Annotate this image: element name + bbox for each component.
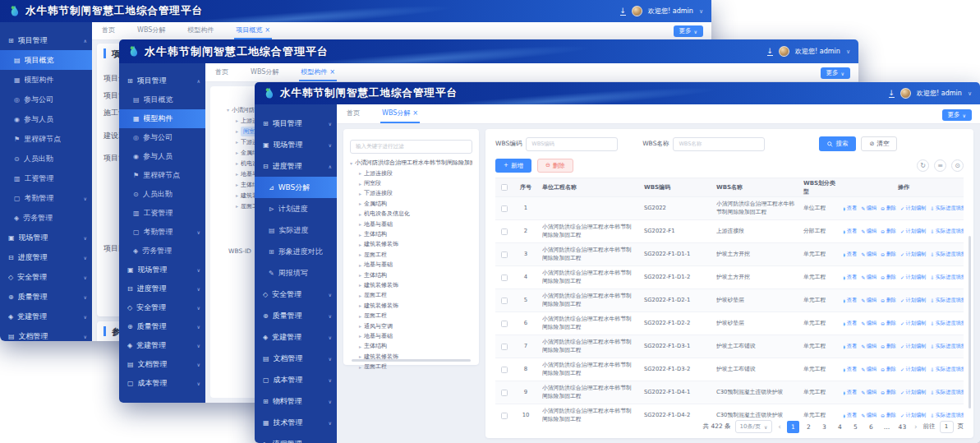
sidebar-item[interactable]: ▦ 技术管理 ∨ [255, 412, 337, 433]
sidebar-item[interactable]: ⊕ 质量管理 ∨ [119, 317, 205, 336]
close-icon[interactable]: × [412, 109, 418, 117]
page-tab[interactable]: WBS分解 [249, 63, 283, 81]
table-row[interactable]: 7 小清河防洪综合治理工程水牛韩节制闸除险加固工程 SG2022-F1-D3-1… [495, 335, 964, 358]
sidebar-item[interactable]: ▢ 成本管理 ∨ [255, 369, 337, 390]
plan-link[interactable]: ✓计划编制 [900, 228, 926, 234]
progress-fill-link[interactable]: ⇩实际进度填报 [930, 389, 964, 395]
plan-link[interactable]: ✓计划编制 [900, 251, 926, 257]
sidebar-item[interactable]: ◇ 安全管理 ∨ [255, 284, 337, 305]
edit-link[interactable]: ✎编辑 [861, 205, 876, 211]
sidebar-item[interactable]: ⊟ 进度管理 ∨ [119, 279, 205, 298]
download-icon[interactable]: ↓ [620, 7, 627, 16]
table-row[interactable]: 9 小清河防洪综合治理工程水牛韩节制闸除险加固工程 SG2022-F1-D4-1… [495, 381, 964, 404]
sidebar-item[interactable]: ⊞ 物料管理 ∨ [255, 390, 337, 412]
sidebar-item[interactable]: ▥ 工资管理 [0, 168, 92, 188]
sidebar-item[interactable]: ⊟ 进度管理 ∧ [255, 155, 337, 177]
table-row[interactable]: 4 小清河防洪综合治理工程水牛韩节制闸除险加固工程 SG2022-F1-D1-2… [495, 265, 964, 288]
tree-item[interactable]: ▸ 主体结构 [359, 270, 472, 279]
search-button[interactable]: 搜索 [819, 136, 856, 151]
sidebar-item[interactable]: ▣ 现场管理 ∨ [119, 261, 205, 279]
close-icon[interactable]: × [329, 68, 335, 76]
sidebar-item[interactable]: ▣ 现场管理 ∨ [255, 134, 337, 155]
edit-link[interactable]: ✎编辑 [861, 320, 876, 326]
row-checkbox[interactable] [501, 321, 508, 327]
edit-link[interactable]: ✎编辑 [861, 297, 876, 303]
sidebar-item[interactable]: ◎ 参与公司 [119, 128, 205, 147]
sidebar-item[interactable]: ◇ 安全管理 ∨ [119, 298, 205, 317]
more-button[interactable]: 更多 ∨ [674, 25, 703, 37]
tree-item[interactable]: ▸ 屋面工程 [359, 311, 472, 321]
delete-link[interactable]: ⊖删除 [881, 389, 896, 395]
page-tab[interactable]: 首页 [100, 22, 119, 39]
tree-root[interactable]: ▾ 小清河防洪综合治理工程水牛韩节制闸除险加固 [350, 158, 472, 168]
vertical-scrollbar[interactable] [968, 236, 971, 408]
plan-link[interactable]: ✓计划编制 [900, 389, 926, 395]
prev-page-icon[interactable]: ‹ [776, 422, 783, 431]
delete-link[interactable]: ⊖删除 [881, 366, 896, 372]
download-icon[interactable]: ↓ [889, 90, 895, 98]
edit-link[interactable]: ✎编辑 [861, 343, 876, 349]
tree-item[interactable]: ▸ 屋面工程 [359, 290, 472, 300]
sidebar-item[interactable]: ▦ 模型构件 [0, 70, 92, 90]
row-checkbox[interactable] [501, 205, 508, 212]
page-number[interactable]: 43 [896, 421, 909, 433]
table-row[interactable]: 2 小清河防洪综合治理工程水牛韩节制闸除险加固工程 SG2022-F1 上游连接… [495, 219, 964, 242]
settings-icon[interactable]: ⊙ [951, 159, 964, 172]
chevron-down-icon[interactable]: ∨ [699, 8, 703, 15]
plan-link[interactable]: ✓计划编制 [900, 205, 926, 211]
page-number[interactable]: 6 [865, 421, 877, 433]
view-link[interactable]: ◉查看 [844, 320, 857, 326]
sidebar-item[interactable]: ▤ 项目概览 [119, 90, 205, 109]
sidebar-item[interactable]: ⊞ 项目管理 ∨ [255, 113, 337, 134]
progress-fill-link[interactable]: ⇩实际进度填报 [930, 228, 964, 234]
row-checkbox[interactable] [501, 344, 508, 350]
plan-link[interactable]: ✓计划编制 [900, 366, 926, 372]
tree-item[interactable]: ▸ 金属结构 [359, 199, 472, 209]
page-tab[interactable]: 首页 [214, 63, 232, 81]
chevron-down-icon[interactable]: ∨ [968, 90, 972, 97]
goto-page-input[interactable] [940, 421, 954, 433]
avatar[interactable] [779, 46, 789, 57]
view-link[interactable]: ◉查看 [844, 251, 857, 257]
page-tab[interactable]: WBS分解 × [380, 104, 420, 123]
tree-item[interactable]: ▸ 屋面工程 [359, 250, 472, 260]
edit-link[interactable]: ✎编辑 [861, 228, 876, 234]
tree-item[interactable]: ▸ 机电设备及信息化 [359, 209, 472, 219]
select-all-checkbox[interactable] [501, 184, 508, 191]
progress-fill-link[interactable]: ⇩实际进度填报 [930, 366, 964, 372]
page-number[interactable]: 4 [834, 421, 846, 433]
page-number[interactable]: 2 [803, 421, 815, 433]
page-number[interactable]: 1 [787, 421, 799, 433]
tree-item[interactable]: ▸ 地基与基础 [359, 331, 472, 341]
density-icon[interactable]: ≡ [934, 159, 946, 172]
progress-fill-link[interactable]: ⇩实际进度填报 [930, 251, 964, 257]
next-page-icon[interactable]: › [913, 422, 919, 431]
edit-link[interactable]: ✎编辑 [861, 251, 876, 257]
page-tab[interactable]: WBS分解 [136, 22, 169, 39]
delete-link[interactable]: ⊖删除 [881, 343, 896, 349]
view-link[interactable]: ◉查看 [844, 343, 857, 349]
progress-fill-link[interactable]: ⇩实际进度填报 [930, 205, 964, 211]
delete-link[interactable]: ⊖删除 [881, 320, 896, 326]
sidebar-item[interactable]: ◉ 参与人员 [0, 109, 92, 129]
sidebar-item[interactable]: ⚑ 里程碑节点 [119, 166, 205, 185]
sidebar-item[interactable]: ▦ 模型构件 [119, 109, 205, 128]
sidebar-item[interactable]: ◎ 参与公司 [0, 90, 92, 109]
plan-link[interactable]: ✓计划编制 [900, 297, 926, 303]
plan-link[interactable]: ✓计划编制 [900, 343, 926, 349]
view-link[interactable]: ◉查看 [844, 228, 857, 234]
more-button[interactable]: 更多 ∨ [942, 109, 972, 121]
edit-link[interactable]: ✎编辑 [861, 274, 876, 280]
refresh-icon[interactable]: ↻ [917, 159, 929, 172]
wbs-name-input[interactable] [673, 137, 765, 151]
plan-link[interactable]: ✓计划编制 [900, 320, 926, 326]
tree-item[interactable]: ▸ 建筑装修装饰 [359, 280, 472, 290]
sidebar-item[interactable]: ⊞ 形象进度对比 [255, 241, 337, 262]
tree-item[interactable]: ▸ 通风与空调 [359, 321, 472, 330]
page-number[interactable]: 5 [849, 421, 862, 433]
sidebar-item[interactable]: ▣ 现场管理 ∨ [0, 228, 92, 247]
more-button[interactable]: 更多 ∨ [821, 67, 850, 79]
sidebar-item[interactable]: ⊳ 流程管理 ∨ [255, 433, 337, 443]
sidebar-item[interactable]: ⊙ 人员出勤 [119, 185, 205, 204]
tree-item[interactable]: ▸ 屋面工程 [359, 362, 472, 371]
